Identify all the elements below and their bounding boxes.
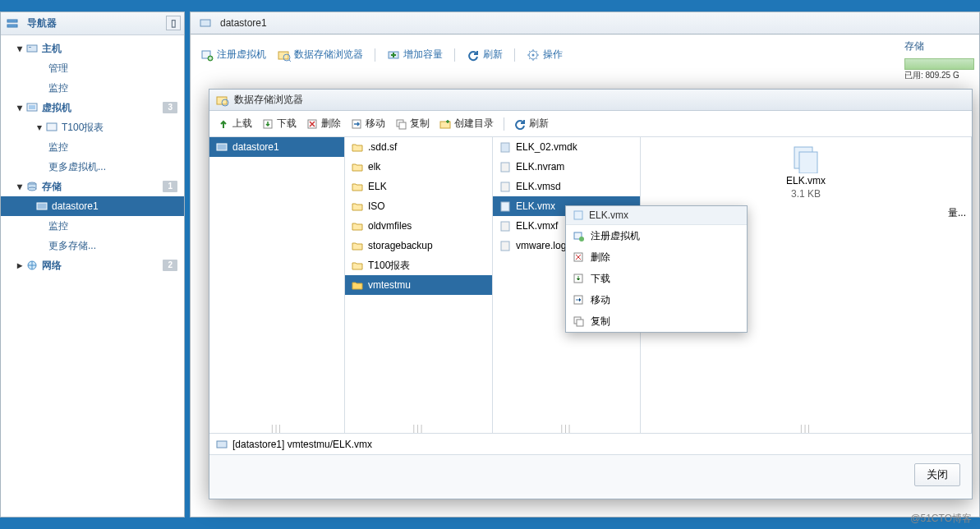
ctx-register-vm[interactable]: 注册虚拟机 — [566, 225, 747, 246]
navigator-tree: ▾ 主机 管理 监控 ▾ 虚拟机 3 ▾ T100报表 监控 更多虚拟机... — [1, 35, 184, 278]
context-menu-header: ELK.vmx — [566, 206, 747, 225]
svg-rect-29 — [501, 143, 509, 152]
list-item[interactable]: vmtestmu — [345, 275, 492, 295]
svg-rect-28 — [217, 144, 227, 150]
upload-button[interactable]: 上载 — [218, 117, 252, 131]
host-icon — [25, 42, 39, 55]
delete-button[interactable]: 删除 — [306, 117, 341, 131]
separator — [504, 117, 504, 131]
tree-datastore1[interactable]: datastore1 — [1, 196, 184, 216]
main-title: datastore1 — [220, 17, 267, 29]
list-item[interactable]: ELK.vmsd — [493, 177, 640, 196]
badge: 3 — [163, 102, 177, 113]
tree-vm[interactable]: ▾ 虚拟机 3 — [1, 98, 184, 117]
svg-rect-12 — [200, 20, 210, 26]
tree-host-monitor[interactable]: 监控 — [1, 78, 184, 98]
vm-icon — [25, 101, 39, 114]
preview-size: 3.1 KB — [791, 188, 821, 200]
svg-point-9 — [28, 187, 36, 191]
svg-rect-1 — [7, 25, 17, 27]
list-item[interactable]: ELK — [345, 177, 492, 196]
collapse-icon[interactable]: ▯ — [166, 16, 181, 30]
tree-storage-monitor[interactable]: 监控 — [1, 216, 184, 236]
dialog-footer: 关闭 — [209, 454, 972, 494]
close-button[interactable]: 关闭 — [914, 463, 960, 486]
tree-label: T100报表 — [62, 121, 104, 135]
separator — [375, 48, 375, 62]
tree-storage-more[interactable]: 更多存储... — [1, 236, 184, 255]
main-titlebar: datastore1 — [190, 12, 980, 34]
tree-vm-monitor[interactable]: 监控 — [1, 137, 184, 157]
svg-rect-5 — [29, 105, 35, 109]
navigator-header: 导航器 ▯ — [1, 12, 184, 35]
badge: 2 — [163, 260, 177, 271]
list-item[interactable]: ELK_02.vmdk — [493, 137, 640, 157]
column-grip[interactable]: ||| — [413, 424, 425, 433]
download-button[interactable]: 下载 — [262, 117, 297, 131]
list-item[interactable]: T100报表 — [345, 255, 492, 275]
refresh-button[interactable]: 刷新 — [467, 48, 503, 62]
list-item[interactable]: oldvmfiles — [345, 216, 492, 236]
navigator-panel: 导航器 ▯ ▾ 主机 管理 监控 ▾ 虚拟机 3 ▾ T100报表 — [0, 12, 185, 518]
svg-point-19 — [532, 53, 535, 56]
main-toolbar: 注册虚拟机 数据存储浏览器 增加容量 刷新 — [200, 44, 969, 70]
twisty-icon: ▾ — [35, 122, 44, 133]
ctx-move[interactable]: 移动 — [566, 289, 747, 310]
list-item[interactable]: .sdd.sf — [345, 137, 492, 157]
move-button[interactable]: 移动 — [351, 117, 385, 131]
tree-host-manage[interactable]: 管理 — [1, 58, 184, 78]
datastore-browser-button[interactable]: 数据存储浏览器 — [278, 48, 363, 62]
column-grip[interactable]: ||| — [800, 424, 812, 433]
column-1: datastore1 ||| — [209, 137, 345, 433]
column-grip[interactable]: ||| — [271, 424, 283, 433]
tree-vm-t100[interactable]: ▾ T100报表 — [1, 117, 184, 137]
context-menu: ELK.vmx 注册虚拟机 删除 下载 移动 复制 — [565, 205, 748, 333]
separator — [454, 48, 455, 62]
svg-rect-38 — [574, 211, 582, 219]
mkdir-button[interactable]: 创建目录 — [439, 117, 494, 131]
svg-rect-30 — [501, 163, 509, 172]
increase-capacity-button[interactable]: 增加容量 — [387, 48, 443, 62]
tree-label: 虚拟机 — [42, 101, 71, 115]
badge: 1 — [163, 181, 177, 192]
storage-summary: 存储 已用: 809.25 G — [904, 39, 974, 81]
network-icon — [25, 259, 39, 272]
file-preview: ELK.vmx 3.1 KB 量... — [641, 137, 971, 200]
datastore-icon — [199, 16, 212, 30]
tree-vm-more[interactable]: 更多虚拟机... — [1, 157, 184, 177]
column-2: .sdd.sfelkELKISOoldvmfilesstoragebackupT… — [345, 137, 493, 433]
ctx-download[interactable]: 下载 — [566, 268, 747, 289]
svg-rect-0 — [7, 20, 17, 22]
register-vm-button[interactable]: 注册虚拟机 — [200, 48, 266, 62]
ctx-copy[interactable]: 复制 — [566, 310, 747, 332]
tree-label: 网络 — [42, 259, 62, 273]
tree-storage[interactable]: ▾ 存储 1 — [1, 177, 184, 196]
list-item[interactable]: elk — [345, 157, 492, 177]
svg-rect-3 — [29, 47, 31, 48]
vm-item-icon — [45, 121, 58, 134]
tree-label: datastore1 — [52, 200, 99, 212]
refresh-button[interactable]: 刷新 — [514, 117, 549, 131]
watermark: @51CTO博客 — [910, 512, 972, 526]
list-item[interactable]: storagebackup — [345, 236, 492, 255]
list-item[interactable]: ELK.nvram — [493, 157, 640, 177]
column-grip[interactable]: ||| — [561, 424, 573, 433]
storage-icon — [25, 180, 39, 193]
tree-label: 存储 — [42, 180, 62, 194]
copy-button[interactable]: 复制 — [395, 117, 430, 131]
svg-rect-6 — [47, 123, 57, 131]
twisty-icon: ▾ — [16, 43, 24, 54]
svg-rect-45 — [577, 320, 583, 326]
list-item[interactable]: ISO — [345, 196, 492, 216]
tree-host[interactable]: ▾ 主机 — [1, 39, 184, 58]
ctx-delete[interactable]: 删除 — [566, 246, 747, 268]
svg-rect-34 — [501, 242, 509, 251]
actions-button[interactable]: 操作 — [527, 48, 563, 62]
preview-name: ELK.vmx — [786, 175, 826, 186]
separator — [514, 48, 515, 62]
navigator-icon — [6, 17, 19, 30]
list-item[interactable]: datastore1 — [209, 137, 344, 157]
storage-used: 已用: 809.25 G — [904, 70, 974, 81]
tree-network[interactable]: ▸ 网络 2 — [1, 255, 184, 275]
svg-rect-31 — [501, 182, 509, 191]
